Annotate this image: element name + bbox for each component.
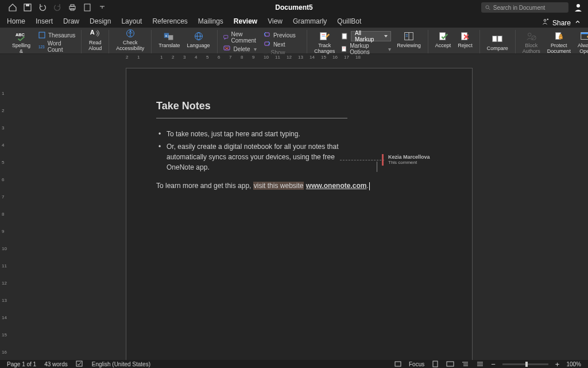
account-icon[interactable] [573, 3, 583, 12]
print-layout-icon[interactable] [431, 361, 439, 367]
svg-text:ABC: ABC [16, 32, 25, 37]
word-count-button[interactable]: 123Word Count [38, 40, 75, 53]
share-button[interactable]: Share [552, 19, 571, 27]
accept-button[interactable]: Accept [432, 30, 455, 49]
share-icon[interactable] [541, 18, 549, 28]
svg-rect-56 [395, 362, 401, 366]
list-item[interactable]: To take notes, just tap here and start t… [158, 129, 442, 139]
home-icon[interactable] [8, 3, 17, 12]
svg-rect-1 [26, 4, 29, 6]
title-bar: Document5 [0, 0, 588, 15]
tab-mailings[interactable]: Mailings [198, 17, 223, 28]
paragraph[interactable]: To learn more and get this app, visit th… [156, 181, 442, 191]
count-icon: 123 [38, 43, 45, 51]
tab-home[interactable]: Home [7, 17, 25, 28]
markup-icon [341, 45, 347, 53]
reject-icon [459, 31, 471, 41]
svg-line-50 [532, 36, 536, 40]
markup-display-select[interactable]: All Markup [341, 31, 391, 41]
tab-grammarly[interactable]: Grammarly [293, 17, 327, 28]
search-box[interactable] [481, 2, 568, 13]
read-aloud-button[interactable]: A ReadAloud [85, 27, 105, 52]
divider [156, 118, 347, 118]
customize-icon[interactable] [98, 3, 107, 12]
vertical-ruler[interactable]: 1234567891011121314151617 [0, 62, 9, 360]
comment-balloon[interactable]: Kezia Marcellova This comment [388, 154, 430, 166]
markup-options-button[interactable]: Markup Options▾ [341, 43, 391, 55]
svg-line-7 [489, 8, 490, 10]
previous-comment-button[interactable]: Previous [263, 31, 301, 39]
page[interactable]: Take Notes To take notes, just tap here … [126, 68, 473, 360]
search-input[interactable] [493, 5, 565, 11]
tab-quillbot[interactable]: QuillBot [337, 17, 361, 28]
spellcheck-status-icon[interactable] [76, 361, 84, 367]
focus-icon[interactable] [394, 361, 402, 367]
outline-view-icon[interactable] [461, 361, 469, 367]
save-icon[interactable] [23, 3, 32, 12]
protect-document-button[interactable]: ProtectDocument [544, 30, 574, 55]
tab-insert[interactable]: Insert [36, 17, 53, 28]
accept-icon [437, 31, 450, 41]
prev-comment-icon [263, 31, 271, 39]
comment-author: Kezia Marcellova [388, 154, 430, 160]
accessibility-icon [124, 28, 137, 39]
tab-draw[interactable]: Draw [63, 17, 79, 28]
svg-rect-24 [223, 35, 227, 38]
reject-button[interactable]: Reject [454, 30, 476, 49]
new-comment-button[interactable]: New Comment [223, 31, 258, 44]
svg-rect-5 [84, 4, 90, 11]
list-item[interactable]: Or, easily create a digital notebook for… [158, 141, 342, 172]
undo-icon[interactable] [38, 3, 47, 12]
comment-anchor [377, 162, 377, 172]
svg-rect-55 [76, 361, 82, 366]
translate-icon: a [163, 31, 176, 41]
tab-review[interactable]: Review [234, 17, 257, 28]
focus-mode-button[interactable]: Focus [409, 361, 424, 367]
tab-references[interactable]: References [152, 17, 187, 28]
zoom-slider[interactable] [502, 363, 548, 365]
language-button[interactable]: Language [183, 30, 213, 49]
tab-design[interactable]: Design [90, 17, 111, 28]
print-icon[interactable] [68, 3, 77, 12]
thesaurus-button[interactable]: Thesaurus [38, 31, 75, 39]
page-title[interactable]: Take Notes [156, 100, 442, 112]
hyperlink[interactable]: www.onenote.com [306, 182, 367, 190]
word-count-indicator[interactable]: 43 words [44, 361, 68, 367]
next-comment-button[interactable]: Next [263, 40, 301, 48]
document-area: Take Notes To take notes, just tap here … [9, 62, 588, 360]
zoom-level[interactable]: 100% [566, 361, 581, 367]
delete-comment-button[interactable]: Delete▾ [223, 45, 258, 53]
tab-view[interactable]: View [268, 17, 283, 28]
draft-view-icon[interactable] [476, 361, 484, 367]
language-indicator[interactable]: English (United States) [92, 361, 150, 367]
ribbon-tabs: Home Insert Draw Design Layout Reference… [0, 15, 588, 28]
svg-rect-47 [498, 36, 502, 42]
page-indicator[interactable]: Page 1 of 1 [7, 361, 36, 367]
svg-point-6 [486, 6, 489, 9]
tab-layout[interactable]: Layout [121, 17, 142, 28]
svg-rect-53 [581, 33, 588, 34]
web-layout-icon[interactable] [446, 361, 454, 367]
zoom-in-button[interactable]: + [555, 360, 560, 369]
track-changes-icon [318, 31, 331, 41]
compare-button[interactable]: Compare [483, 33, 512, 52]
collapse-ribbon-icon[interactable] [574, 18, 581, 27]
zoom-out-button[interactable]: − [491, 360, 496, 369]
check-accessibility-button[interactable]: CheckAccessibility [113, 27, 148, 52]
block-authors-icon [525, 31, 537, 41]
template-icon[interactable] [83, 3, 92, 12]
document-title: Document5 [275, 3, 312, 12]
highlighted-text[interactable]: visit this website [253, 182, 304, 190]
abc-check-icon: ABC [15, 31, 28, 41]
svg-rect-13 [39, 32, 45, 38]
reviewing-pane-button[interactable]: Reviewing [393, 30, 424, 49]
speaker-icon: A [89, 28, 102, 39]
status-bar: Page 1 of 1 43 words English (United Sta… [0, 360, 588, 368]
comment-connector [340, 160, 384, 160]
block-authors-button[interactable]: BlockAuthors [519, 30, 544, 55]
translate-button[interactable]: a Translate [155, 30, 183, 49]
horizontal-ruler[interactable]: 21123456789101112131415161718 [9, 54, 588, 62]
track-changes-button[interactable]: TrackChanges [311, 30, 338, 55]
redo-icon[interactable] [53, 3, 62, 12]
svg-text:A: A [90, 29, 95, 36]
